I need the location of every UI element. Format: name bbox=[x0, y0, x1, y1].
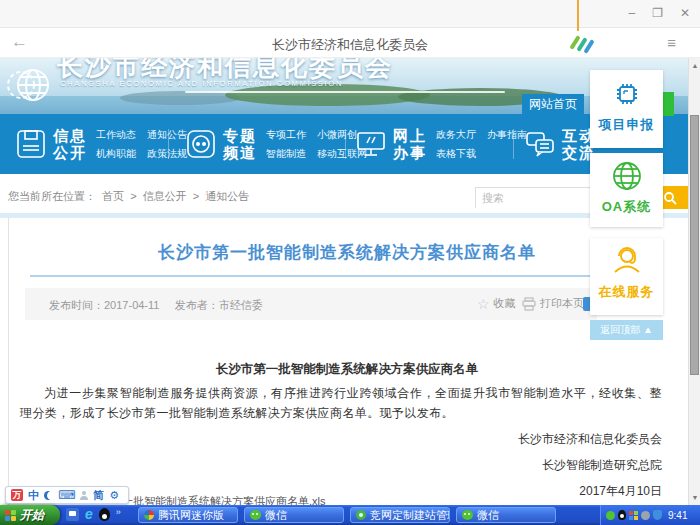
nav-group-interact[interactable]: 互动交流 bbox=[525, 114, 596, 174]
minimize-button[interactable]: – bbox=[628, 6, 635, 20]
section-divider bbox=[0, 213, 688, 218]
tray-shield-icon[interactable] bbox=[653, 510, 662, 520]
desktop-screen: – ❐ ✕ ← 长沙市经济和信息化委员会 ≡ 长沙市经济和信息化委员会 bbox=[0, 0, 700, 525]
meta-time-label: 发布时间： bbox=[49, 299, 104, 311]
nav-group-online[interactable]: 网上办事 政务大厅 办事指南 表格下载 bbox=[356, 114, 527, 174]
scrollbar[interactable]: ▲ ▼ bbox=[688, 58, 700, 505]
ime-keyboard-icon[interactable]: ⌨ bbox=[58, 489, 75, 501]
ime-simplified-toggle[interactable]: 简 bbox=[93, 488, 104, 503]
nav-link[interactable]: 表格下载 bbox=[436, 147, 476, 161]
site-emblem-icon bbox=[4, 61, 54, 111]
tray-app-icon[interactable] bbox=[641, 511, 650, 520]
nav-group-info[interactable]: 信息公开 工作动态 通知公告 机构职能 政策法规 bbox=[16, 114, 187, 174]
window-titlebar: – ❐ ✕ bbox=[0, 0, 700, 28]
restore-button[interactable]: ❐ bbox=[652, 6, 663, 20]
nav-title-line: 专题 bbox=[223, 127, 257, 144]
wechat-icon bbox=[250, 510, 261, 520]
task-label: 竞网定制建站管理... bbox=[370, 508, 450, 523]
ime-toolbar[interactable]: 万 中 ⌨ 简 ⚙ bbox=[5, 486, 129, 504]
start-label: 开始 bbox=[20, 507, 44, 524]
breadcrumb: 您当前所在位置： 首页 > 信息公开 > 通知公告 bbox=[8, 189, 252, 204]
monitor-icon bbox=[356, 129, 386, 159]
article-title: 长沙市第一批智能制造系统解决方案供应商名单 bbox=[27, 241, 667, 264]
banner-scenery bbox=[120, 91, 240, 105]
ime-user-icon[interactable] bbox=[80, 491, 88, 500]
meta-time-value: 2017-04-11 bbox=[104, 299, 159, 311]
meta-author-label: 发布者： bbox=[175, 299, 219, 311]
nav-link[interactable]: 智能制造 bbox=[266, 147, 306, 161]
floppy-disk-icon bbox=[16, 129, 46, 159]
quicklaunch-app-icon[interactable] bbox=[66, 508, 79, 521]
search-icon bbox=[663, 191, 677, 205]
nav-title-line: 办事 bbox=[393, 144, 427, 161]
nav-link[interactable]: 专项工作 bbox=[266, 128, 306, 142]
back-to-top-button[interactable]: 返回顶部 ▲ bbox=[590, 320, 663, 340]
nav-link[interactable]: 办事指南 bbox=[487, 128, 527, 142]
task-button-tencent[interactable]: 腾讯网迷你版 bbox=[138, 507, 238, 523]
favorite-button[interactable]: ☆ 收藏 bbox=[477, 296, 516, 311]
headset-agent-icon bbox=[610, 244, 644, 278]
quicklaunch-expand-icon[interactable]: » bbox=[116, 508, 121, 517]
hamburger-menu-icon[interactable]: ≡ bbox=[667, 34, 676, 51]
ime-settings-icon[interactable]: ⚙ bbox=[109, 489, 119, 501]
socket-icon bbox=[186, 129, 216, 159]
task-button-sitebuilder[interactable]: 竞网定制建站管理... bbox=[350, 507, 450, 523]
nav-title-line: 网上 bbox=[393, 127, 427, 144]
content-border bbox=[8, 218, 9, 505]
chip-icon bbox=[612, 79, 642, 109]
scroll-up-icon[interactable]: ▲ bbox=[689, 62, 700, 69]
up-arrow-icon: ▲ bbox=[643, 324, 653, 335]
nav-link[interactable]: 机构职能 bbox=[96, 147, 136, 161]
sitebuilder-icon bbox=[356, 510, 366, 520]
scroll-down-icon[interactable]: ▼ bbox=[689, 494, 700, 501]
task-button-wechat-1[interactable]: 微信 bbox=[244, 507, 344, 523]
rail-project-button[interactable]: 项目申报 bbox=[590, 70, 663, 148]
tray-wechat-icon[interactable] bbox=[606, 511, 615, 520]
system-tray: 9:41 bbox=[600, 505, 700, 525]
nav-group-channel[interactable]: 专题频道 专项工作 小微两创 智能制造 移动互联网 bbox=[186, 114, 367, 174]
print-button[interactable]: 打印本页 bbox=[522, 296, 584, 311]
tray-qq-icon[interactable] bbox=[618, 510, 626, 520]
breadcrumb-sep: > bbox=[130, 190, 136, 202]
nav-title-line: 频道 bbox=[223, 144, 257, 161]
article-paragraph: 为进一步集聚智能制造服务提供商资源，有序推进跨行业跨领域合作，全面提升我市智能制… bbox=[20, 383, 662, 423]
ie-icon[interactable]: e bbox=[85, 508, 93, 521]
rail-project-label: 项目申报 bbox=[590, 116, 663, 134]
start-button[interactable]: 开始 bbox=[0, 505, 60, 525]
nav-link[interactable]: 政务大厅 bbox=[436, 128, 476, 142]
browser-header: ← 长沙市经济和信息化委员会 ≡ bbox=[0, 28, 700, 58]
task-label: 微信 bbox=[477, 508, 499, 523]
taskbar: 开始 e » 腾讯网迷你版 微信 竞网定制建站管理... 微信 bbox=[0, 505, 700, 525]
ime-logo-icon[interactable]: 万 bbox=[11, 489, 23, 501]
ime-lang-toggle[interactable]: 中 bbox=[28, 488, 39, 503]
task-label: 微信 bbox=[265, 508, 287, 523]
rail-service-label: 在线服务 bbox=[590, 283, 663, 301]
qq-icon[interactable] bbox=[99, 508, 110, 521]
site-name-en: CHANGSHA ECONOMIC AND INFORMATION COMMIS… bbox=[60, 79, 343, 88]
scrollbar-thumb[interactable] bbox=[690, 115, 699, 375]
home-tab-button[interactable]: 网站首页 bbox=[522, 94, 584, 114]
meta-author-value: 市经信委 bbox=[219, 299, 263, 311]
nav-link[interactable]: 工作动态 bbox=[96, 128, 136, 142]
rail-oa-button[interactable]: OA系统 bbox=[590, 153, 663, 227]
breadcrumb-link-notice[interactable]: 通知公告 bbox=[205, 190, 249, 202]
task-button-wechat-2[interactable]: 微信 bbox=[456, 507, 556, 523]
favorite-label: 收藏 bbox=[494, 296, 516, 311]
rail-service-button[interactable]: 在线服务 bbox=[590, 238, 663, 315]
nav-title-line: 信息 bbox=[53, 127, 87, 144]
chat-bubbles-icon bbox=[525, 129, 555, 159]
nav-title-line: 公开 bbox=[53, 144, 87, 161]
breadcrumb-link-home[interactable]: 首页 bbox=[102, 190, 124, 202]
tray-clock: 9:41 bbox=[668, 510, 687, 521]
nav-link[interactable]: 通知公告 bbox=[147, 128, 187, 142]
print-label: 打印本页 bbox=[540, 296, 584, 311]
nav-link[interactable]: 政策法规 bbox=[147, 147, 187, 161]
tencent-icon bbox=[144, 510, 154, 520]
banner-bridge bbox=[185, 91, 505, 93]
close-button[interactable]: ✕ bbox=[680, 6, 690, 20]
breadcrumb-label: 您当前所在位置： bbox=[8, 190, 96, 202]
globe-icon bbox=[610, 159, 644, 193]
breadcrumb-link-info[interactable]: 信息公开 bbox=[143, 190, 187, 202]
tray-grid-icon[interactable] bbox=[629, 511, 638, 520]
ime-fullwidth-icon[interactable] bbox=[44, 491, 53, 500]
